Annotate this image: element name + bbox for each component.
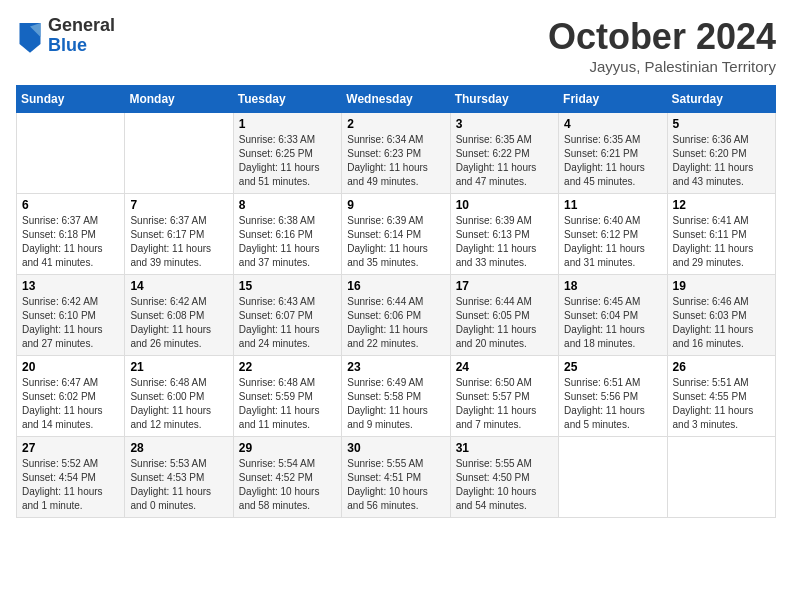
calendar-cell: 30Sunrise: 5:55 AM Sunset: 4:51 PM Dayli…: [342, 437, 450, 518]
calendar-cell: 25Sunrise: 6:51 AM Sunset: 5:56 PM Dayli…: [559, 356, 667, 437]
calendar-cell: 28Sunrise: 5:53 AM Sunset: 4:53 PM Dayli…: [125, 437, 233, 518]
day-content: Sunrise: 6:35 AM Sunset: 6:22 PM Dayligh…: [456, 133, 553, 189]
day-number: 11: [564, 198, 661, 212]
week-row-5: 27Sunrise: 5:52 AM Sunset: 4:54 PM Dayli…: [17, 437, 776, 518]
day-content: Sunrise: 6:37 AM Sunset: 6:17 PM Dayligh…: [130, 214, 227, 270]
day-number: 18: [564, 279, 661, 293]
day-content: Sunrise: 6:49 AM Sunset: 5:58 PM Dayligh…: [347, 376, 444, 432]
day-content: Sunrise: 6:41 AM Sunset: 6:11 PM Dayligh…: [673, 214, 770, 270]
day-content: Sunrise: 5:51 AM Sunset: 4:55 PM Dayligh…: [673, 376, 770, 432]
month-title: October 2024: [548, 16, 776, 58]
calendar-cell: 8Sunrise: 6:38 AM Sunset: 6:16 PM Daylig…: [233, 194, 341, 275]
calendar-cell: 10Sunrise: 6:39 AM Sunset: 6:13 PM Dayli…: [450, 194, 558, 275]
header-day-thursday: Thursday: [450, 86, 558, 113]
day-number: 15: [239, 279, 336, 293]
day-content: Sunrise: 6:44 AM Sunset: 6:05 PM Dayligh…: [456, 295, 553, 351]
header-day-saturday: Saturday: [667, 86, 775, 113]
day-number: 29: [239, 441, 336, 455]
day-number: 3: [456, 117, 553, 131]
day-content: Sunrise: 6:35 AM Sunset: 6:21 PM Dayligh…: [564, 133, 661, 189]
calendar-cell: 17Sunrise: 6:44 AM Sunset: 6:05 PM Dayli…: [450, 275, 558, 356]
calendar-table: SundayMondayTuesdayWednesdayThursdayFrid…: [16, 85, 776, 518]
day-content: Sunrise: 6:51 AM Sunset: 5:56 PM Dayligh…: [564, 376, 661, 432]
day-number: 24: [456, 360, 553, 374]
calendar-cell: [125, 113, 233, 194]
day-content: Sunrise: 6:48 AM Sunset: 5:59 PM Dayligh…: [239, 376, 336, 432]
day-number: 27: [22, 441, 119, 455]
day-content: Sunrise: 6:50 AM Sunset: 5:57 PM Dayligh…: [456, 376, 553, 432]
calendar-cell: 21Sunrise: 6:48 AM Sunset: 6:00 PM Dayli…: [125, 356, 233, 437]
calendar-cell: 19Sunrise: 6:46 AM Sunset: 6:03 PM Dayli…: [667, 275, 775, 356]
day-number: 31: [456, 441, 553, 455]
logo-text: General Blue: [48, 16, 115, 56]
logo-icon: [16, 18, 44, 54]
calendar-cell: 11Sunrise: 6:40 AM Sunset: 6:12 PM Dayli…: [559, 194, 667, 275]
calendar-cell: 26Sunrise: 5:51 AM Sunset: 4:55 PM Dayli…: [667, 356, 775, 437]
day-content: Sunrise: 6:43 AM Sunset: 6:07 PM Dayligh…: [239, 295, 336, 351]
calendar-cell: 31Sunrise: 5:55 AM Sunset: 4:50 PM Dayli…: [450, 437, 558, 518]
day-content: Sunrise: 6:37 AM Sunset: 6:18 PM Dayligh…: [22, 214, 119, 270]
day-number: 30: [347, 441, 444, 455]
logo: General Blue: [16, 16, 115, 56]
day-number: 5: [673, 117, 770, 131]
day-number: 22: [239, 360, 336, 374]
calendar-cell: 20Sunrise: 6:47 AM Sunset: 6:02 PM Dayli…: [17, 356, 125, 437]
calendar-cell: [17, 113, 125, 194]
calendar-cell: 27Sunrise: 5:52 AM Sunset: 4:54 PM Dayli…: [17, 437, 125, 518]
day-content: Sunrise: 6:47 AM Sunset: 6:02 PM Dayligh…: [22, 376, 119, 432]
calendar-cell: 6Sunrise: 6:37 AM Sunset: 6:18 PM Daylig…: [17, 194, 125, 275]
calendar-cell: 9Sunrise: 6:39 AM Sunset: 6:14 PM Daylig…: [342, 194, 450, 275]
calendar-cell: 16Sunrise: 6:44 AM Sunset: 6:06 PM Dayli…: [342, 275, 450, 356]
day-content: Sunrise: 6:40 AM Sunset: 6:12 PM Dayligh…: [564, 214, 661, 270]
day-content: Sunrise: 6:39 AM Sunset: 6:13 PM Dayligh…: [456, 214, 553, 270]
week-row-1: 1Sunrise: 6:33 AM Sunset: 6:25 PM Daylig…: [17, 113, 776, 194]
header-day-friday: Friday: [559, 86, 667, 113]
day-number: 8: [239, 198, 336, 212]
calendar-cell: 3Sunrise: 6:35 AM Sunset: 6:22 PM Daylig…: [450, 113, 558, 194]
day-number: 25: [564, 360, 661, 374]
calendar-cell: 12Sunrise: 6:41 AM Sunset: 6:11 PM Dayli…: [667, 194, 775, 275]
calendar-cell: 7Sunrise: 6:37 AM Sunset: 6:17 PM Daylig…: [125, 194, 233, 275]
day-number: 12: [673, 198, 770, 212]
day-content: Sunrise: 6:38 AM Sunset: 6:16 PM Dayligh…: [239, 214, 336, 270]
day-content: Sunrise: 5:54 AM Sunset: 4:52 PM Dayligh…: [239, 457, 336, 513]
day-number: 26: [673, 360, 770, 374]
day-number: 2: [347, 117, 444, 131]
day-number: 17: [456, 279, 553, 293]
week-row-3: 13Sunrise: 6:42 AM Sunset: 6:10 PM Dayli…: [17, 275, 776, 356]
day-number: 9: [347, 198, 444, 212]
day-content: Sunrise: 6:48 AM Sunset: 6:00 PM Dayligh…: [130, 376, 227, 432]
day-content: Sunrise: 5:55 AM Sunset: 4:50 PM Dayligh…: [456, 457, 553, 513]
day-content: Sunrise: 6:42 AM Sunset: 6:08 PM Dayligh…: [130, 295, 227, 351]
calendar-cell: 22Sunrise: 6:48 AM Sunset: 5:59 PM Dayli…: [233, 356, 341, 437]
header-day-tuesday: Tuesday: [233, 86, 341, 113]
day-number: 13: [22, 279, 119, 293]
calendar-cell: 24Sunrise: 6:50 AM Sunset: 5:57 PM Dayli…: [450, 356, 558, 437]
calendar-cell: 2Sunrise: 6:34 AM Sunset: 6:23 PM Daylig…: [342, 113, 450, 194]
day-content: Sunrise: 6:36 AM Sunset: 6:20 PM Dayligh…: [673, 133, 770, 189]
day-number: 4: [564, 117, 661, 131]
day-content: Sunrise: 6:39 AM Sunset: 6:14 PM Dayligh…: [347, 214, 444, 270]
page-header: General Blue October 2024 Jayyus, Palest…: [16, 16, 776, 75]
calendar-cell: 23Sunrise: 6:49 AM Sunset: 5:58 PM Dayli…: [342, 356, 450, 437]
day-number: 6: [22, 198, 119, 212]
day-number: 21: [130, 360, 227, 374]
day-number: 10: [456, 198, 553, 212]
title-block: October 2024 Jayyus, Palestinian Territo…: [548, 16, 776, 75]
calendar-cell: [559, 437, 667, 518]
day-content: Sunrise: 6:33 AM Sunset: 6:25 PM Dayligh…: [239, 133, 336, 189]
day-number: 7: [130, 198, 227, 212]
day-number: 1: [239, 117, 336, 131]
header-day-monday: Monday: [125, 86, 233, 113]
calendar-cell: 18Sunrise: 6:45 AM Sunset: 6:04 PM Dayli…: [559, 275, 667, 356]
day-content: Sunrise: 5:53 AM Sunset: 4:53 PM Dayligh…: [130, 457, 227, 513]
calendar-cell: 5Sunrise: 6:36 AM Sunset: 6:20 PM Daylig…: [667, 113, 775, 194]
calendar-cell: [667, 437, 775, 518]
day-number: 28: [130, 441, 227, 455]
day-number: 19: [673, 279, 770, 293]
logo-general: General: [48, 16, 115, 36]
calendar-cell: 1Sunrise: 6:33 AM Sunset: 6:25 PM Daylig…: [233, 113, 341, 194]
day-content: Sunrise: 5:55 AM Sunset: 4:51 PM Dayligh…: [347, 457, 444, 513]
day-content: Sunrise: 6:42 AM Sunset: 6:10 PM Dayligh…: [22, 295, 119, 351]
logo-blue: Blue: [48, 36, 115, 56]
